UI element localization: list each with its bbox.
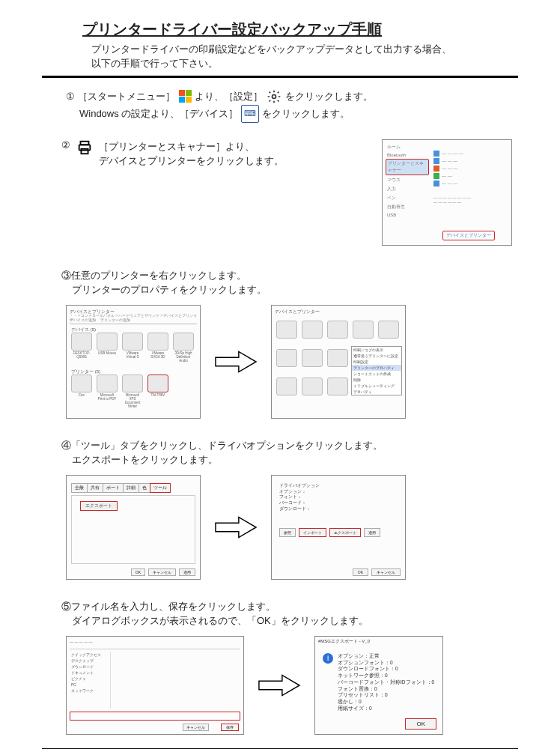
screenshot-devices-printers: デバイスとプリンター ・・ > コントロールパネル > ハードウェアとサウンド … <box>66 305 201 419</box>
doc-title: プリンタードライバー設定バックアップ手順 <box>42 19 518 40</box>
step-2: ② ［プリンターとスキャナー］より、 デバイスとプリンターをクリックします。 ホ… <box>42 139 518 246</box>
devices-icon: ⌨ <box>241 105 259 123</box>
devices-and-printers-link-hi: デバイスとプリンター <box>442 231 495 240</box>
step-4: ④「ツール」タブをクリックし、ドライバオプションをクリックします。 エクスポート… <box>42 438 518 580</box>
step-num: ② <box>61 139 70 246</box>
gear-icon <box>266 88 282 105</box>
export-button-hi: エクスポート <box>80 501 118 511</box>
printer-icon <box>76 139 93 246</box>
arrow-right-icon <box>258 672 301 699</box>
divider <box>42 76 518 78</box>
screenshot-settings: ホーム Bluetooth プリンターとスキャナー マウス 入力 ペン 自動再生… <box>382 139 512 246</box>
step-5: ⑤ファイル名を入力し、保存をクリックします。 ダイアログボックスが表示されるので… <box>42 599 518 735</box>
ok-button-hi: OK <box>405 718 436 730</box>
windows-logo-icon <box>178 90 192 103</box>
screenshot-driver-options: ドライバオプション オプション： フォント： バーコード： ダウンロード： 参照… <box>271 475 406 580</box>
step-num: ⑤ <box>61 601 71 612</box>
arrow-right-icon <box>214 348 258 375</box>
tools-tab-hi: ツール <box>150 483 171 493</box>
printer-properties-hi: プリンターのプロパティ <box>352 365 401 371</box>
step-num: ③ <box>61 270 71 281</box>
context-menu: 印刷ジョブの表示 通常使うプリンターに設定 印刷設定 プリンターのプロパティ シ… <box>351 346 402 395</box>
step-num: ① <box>66 88 75 105</box>
printer-selected-hi <box>147 374 168 392</box>
step-1: ① ［スタートメニュー］ より、［設定］ をクリックします。 Windows の… <box>42 88 518 123</box>
save-button-hi: 保存 <box>221 724 239 731</box>
screenshot-export-result: #MSGエクスポート - V_0 i オプション：正常 オプションフォント：0 … <box>314 636 443 735</box>
svg-point-0 <box>273 94 276 98</box>
export-button-hi: エクスポート <box>329 528 361 537</box>
sidebar-printers-hi: プリンターとスキャナー <box>386 159 429 175</box>
screenshot-save-dialog: — — — — — クイックアクセス デスクトップ ダウンロード ドキュメント … <box>66 636 244 735</box>
arrow-right-icon <box>214 514 258 541</box>
filename-field-hi <box>70 712 240 721</box>
step-num: ④ <box>61 440 71 451</box>
info-icon: i <box>323 653 333 664</box>
doc-subtitle: プリンタードライバーの印刷設定などをバックアップデータとして出力する場合、 以下… <box>42 43 518 71</box>
import-button-hi: インポート <box>299 528 326 537</box>
screenshot-properties-tools: 全般 共有 ポート 詳細 色 ツール エクスポート OK キャンセル 適用 <box>66 475 201 580</box>
step-3: ③任意のプリンターを右クリックします。 プリンターのプロパティをクリックします。… <box>42 268 518 419</box>
screenshot-context-menu: デバイスとプリンター <box>271 305 406 419</box>
